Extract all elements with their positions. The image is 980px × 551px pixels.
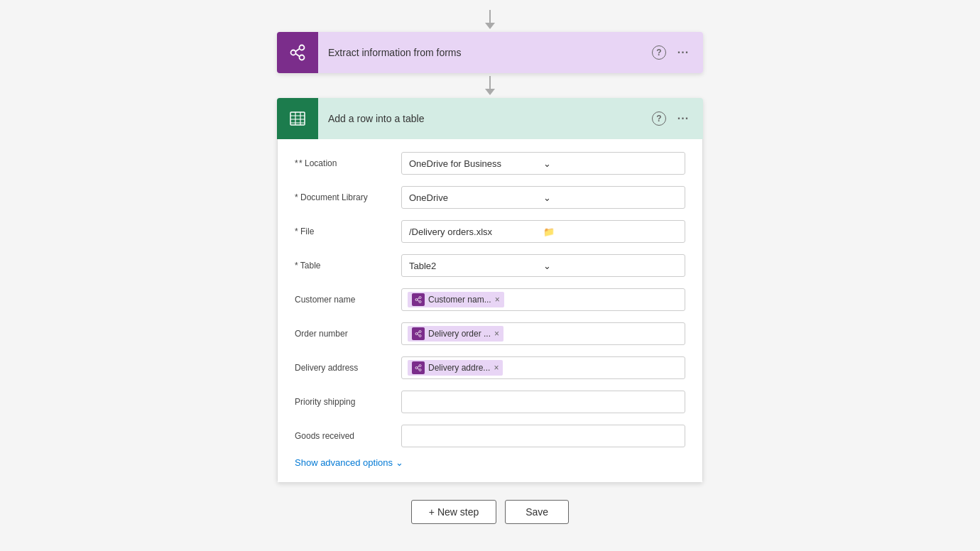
doc-library-value: OneDrive — [409, 192, 543, 203]
order-number-token-remove[interactable]: × — [494, 329, 499, 338]
svg-line-15 — [418, 300, 419, 302]
file-field[interactable]: /Delivery orders.xlsx 📁 — [401, 220, 685, 243]
show-advanced-options-button[interactable]: Show advanced options ⌄ — [295, 457, 403, 468]
file-value: /Delivery orders.xlsx — [409, 227, 543, 237]
table-value: Table2 — [409, 261, 543, 271]
location-row: * * Location OneDrive for Business ⌄ — [295, 151, 685, 176]
location-control: OneDrive for Business ⌄ — [401, 152, 685, 175]
customer-name-token: Customer nam... × — [408, 292, 504, 307]
advanced-options-row: Show advanced options ⌄ — [295, 457, 685, 468]
table-dropdown[interactable]: Table2 ⌄ — [401, 254, 685, 277]
order-number-row: Order number — [295, 321, 685, 347]
customer-name-token-icon — [412, 293, 425, 306]
bottom-actions: + New step Save — [411, 500, 569, 524]
step2-card: Add a row into a table ? ··· * * Locatio… — [277, 98, 703, 483]
step2-help-icon[interactable]: ? — [652, 111, 666, 126]
priority-shipping-input[interactable] — [401, 391, 685, 413]
delivery-address-token-icon — [412, 361, 425, 374]
location-dropdown[interactable]: OneDrive for Business ⌄ — [401, 152, 685, 175]
svg-line-24 — [418, 366, 419, 368]
svg-point-12 — [415, 299, 418, 301]
svg-point-21 — [419, 365, 421, 367]
priority-shipping-control — [401, 391, 685, 413]
file-control: /Delivery orders.xlsx 📁 — [401, 220, 685, 243]
location-label: * * Location — [295, 158, 401, 168]
svg-point-2 — [300, 55, 305, 60]
page-container: Extract information from forms ? ··· — [0, 0, 980, 524]
priority-shipping-label: Priority shipping — [295, 397, 401, 407]
doc-library-dropdown[interactable]: OneDrive ⌄ — [401, 186, 685, 209]
table-label: * Table — [295, 261, 401, 271]
step1-icon-box — [277, 32, 318, 73]
doc-library-label: * Document Library — [295, 192, 401, 202]
step2-title: Add a row into a table — [318, 113, 652, 124]
step2-ellipsis-icon: ··· — [677, 112, 689, 125]
delivery-address-token: Delivery addre... × — [408, 360, 503, 376]
connector-arrow-down — [485, 23, 495, 29]
step1-header: Extract information from forms ? ··· — [277, 32, 703, 73]
svg-point-22 — [415, 367, 418, 369]
file-row: * File /Delivery orders.xlsx 📁 — [295, 219, 685, 244]
svg-point-18 — [419, 335, 421, 337]
step1-card: Extract information from forms ? ··· — [277, 32, 703, 73]
location-value: OneDrive for Business — [409, 158, 543, 169]
doc-library-control: OneDrive ⌄ — [401, 186, 685, 209]
step2-header: Add a row into a table ? ··· — [277, 98, 703, 139]
svg-point-23 — [419, 369, 421, 371]
show-advanced-options-label: Show advanced options — [295, 457, 393, 468]
advanced-options-chevron-icon: ⌄ — [396, 457, 403, 468]
table-chevron-icon: ⌄ — [543, 261, 677, 271]
svg-line-3 — [295, 49, 300, 52]
customer-name-control: Customer nam... × — [401, 288, 685, 311]
goods-received-input[interactable] — [401, 425, 685, 447]
customer-name-token-label: Customer nam... — [428, 295, 491, 305]
priority-shipping-row: Priority shipping — [295, 389, 685, 415]
mid-connector — [485, 76, 495, 95]
step1-title: Extract information from forms — [318, 47, 652, 58]
step1-actions: ? ··· — [652, 43, 693, 62]
delivery-address-token-label: Delivery addre... — [428, 363, 490, 373]
location-chevron-icon: ⌄ — [543, 158, 677, 169]
document-library-row: * Document Library OneDrive ⌄ — [295, 185, 685, 210]
table-row: * Table Table2 ⌄ — [295, 253, 685, 278]
svg-point-1 — [291, 50, 296, 55]
svg-line-20 — [418, 334, 419, 336]
mid-connector-arrow — [485, 89, 495, 95]
delivery-address-label: Delivery address — [295, 363, 401, 373]
save-button[interactable]: Save — [505, 500, 569, 524]
svg-point-11 — [419, 297, 421, 299]
svg-line-19 — [418, 332, 419, 334]
delivery-address-control: Delivery addre... × — [401, 356, 685, 379]
order-number-control: Delivery order ... × — [401, 322, 685, 345]
order-number-field[interactable]: Delivery order ... × — [401, 322, 685, 345]
svg-line-4 — [295, 54, 300, 57]
delivery-address-field[interactable]: Delivery addre... × — [401, 356, 685, 379]
order-number-token-icon — [412, 327, 425, 340]
step2-more-button[interactable]: ··· — [673, 109, 693, 129]
new-step-button[interactable]: + New step — [411, 500, 496, 524]
step1-ellipsis-icon: ··· — [677, 46, 689, 59]
goods-received-control — [401, 425, 685, 447]
share-icon — [288, 43, 307, 62]
customer-name-field[interactable]: Customer nam... × — [401, 288, 685, 311]
svg-point-17 — [415, 333, 418, 335]
order-number-label: Order number — [295, 329, 401, 339]
order-number-token: Delivery order ... × — [408, 326, 503, 342]
step1-help-icon[interactable]: ? — [652, 45, 666, 60]
excel-icon — [288, 109, 307, 129]
step1-more-button[interactable]: ··· — [673, 43, 693, 62]
delivery-address-row: Delivery address — [295, 355, 685, 381]
delivery-address-token-remove[interactable]: × — [494, 364, 499, 372]
order-number-token-label: Delivery order ... — [428, 329, 491, 339]
svg-point-0 — [300, 45, 305, 50]
mid-connector-line — [489, 76, 491, 89]
goods-received-row: Goods received — [295, 423, 685, 449]
step2-icon-box — [277, 98, 318, 139]
goods-received-label: Goods received — [295, 431, 401, 441]
file-label: * File — [295, 227, 401, 236]
svg-point-16 — [419, 331, 421, 333]
customer-name-token-remove[interactable]: × — [495, 295, 500, 304]
step2-body: * * Location OneDrive for Business ⌄ * D… — [277, 139, 703, 483]
connector-line — [489, 10, 491, 23]
svg-point-13 — [419, 301, 421, 303]
